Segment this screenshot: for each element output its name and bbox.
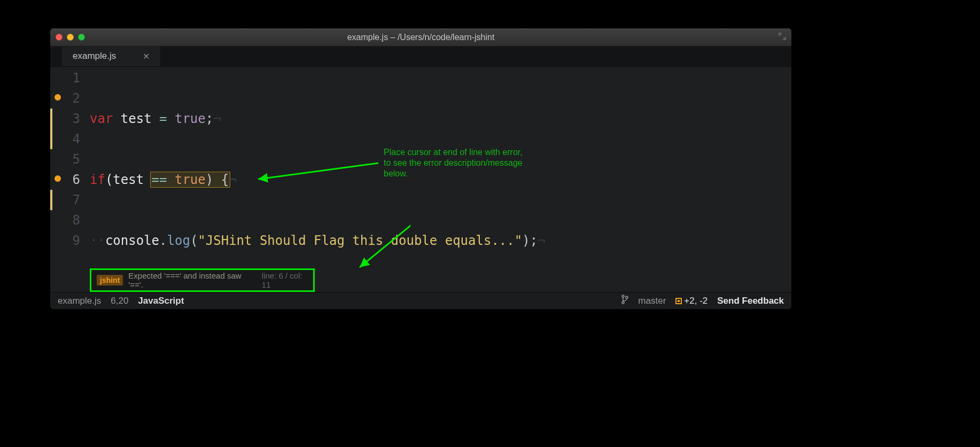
annotation-arrow-icon (90, 67, 410, 268)
svg-point-4 (626, 296, 628, 298)
close-window-button[interactable] (56, 34, 63, 41)
line-number: 1 (50, 68, 80, 88)
status-file: example.js (58, 296, 101, 306)
line-number: 6 (50, 169, 80, 190)
editor-window: example.js – /Users/n/code/learn-jshint … (50, 28, 791, 309)
code-area[interactable]: var test = true;¬ if(test == true) {¬ ··… (90, 67, 631, 268)
code-editor[interactable]: 1 2 3 4 5 6 7 8 9 var test = true;¬ if(t… (50, 67, 791, 268)
svg-point-2 (622, 295, 624, 297)
svg-line-0 (258, 163, 378, 179)
line-number: 7 (50, 190, 80, 210)
lint-message-bar: jshint Expected '===' and instead saw '=… (90, 268, 315, 292)
tab-example-js[interactable]: example.js ✕ (62, 46, 160, 66)
line-number: 3 (50, 109, 80, 129)
line-number: 2 (50, 88, 80, 109)
git-branch-icon (621, 295, 628, 307)
window-title: example.js – /Users/n/code/learn-jshint (50, 33, 791, 42)
svg-point-3 (622, 302, 624, 304)
status-git-diff[interactable]: +2, -2 (675, 296, 707, 306)
line-number: 9 (50, 230, 80, 251)
diff-box-icon (675, 298, 682, 304)
lint-location: line: 6 / col: 11 (262, 271, 313, 289)
annotation-text: Place cursor at end of line with error, … (384, 147, 555, 179)
lint-message: Expected '===' and instead saw '=='. (128, 271, 257, 289)
minimize-window-button[interactable] (67, 34, 74, 41)
line-number: 8 (50, 210, 80, 230)
line-number: 5 (50, 149, 80, 169)
status-cursor-position: 6,20 (111, 296, 128, 306)
status-git-branch[interactable]: master (638, 296, 666, 306)
svg-line-1 (360, 182, 410, 267)
lint-tag: jshint (97, 275, 123, 286)
titlebar: example.js – /Users/n/code/learn-jshint (50, 28, 791, 47)
zoom-window-button[interactable] (78, 34, 85, 41)
fullscreen-icon[interactable] (779, 33, 786, 42)
traffic-lights (56, 34, 85, 41)
line-number-gutter: 1 2 3 4 5 6 7 8 9 (50, 67, 90, 268)
tab-bar: example.js ✕ (50, 47, 791, 67)
close-tab-icon[interactable]: ✕ (143, 51, 150, 61)
status-bar: example.js 6,20 JavaScript master +2, -2… (50, 292, 791, 309)
status-language[interactable]: JavaScript (138, 296, 184, 306)
line-number: 4 (50, 129, 80, 149)
tab-label: example.js (73, 51, 116, 61)
send-feedback-button[interactable]: Send Feedback (717, 296, 784, 306)
